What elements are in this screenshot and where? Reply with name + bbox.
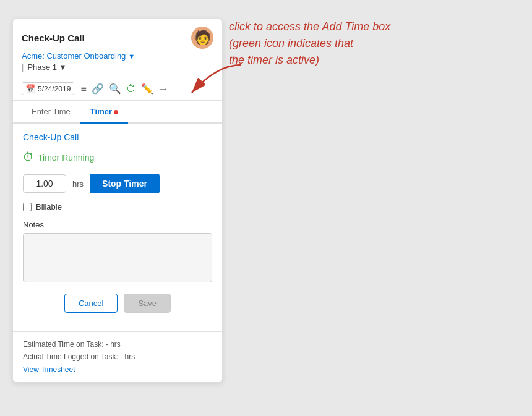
annotation-line3: the timer is active) (229, 54, 319, 66)
notes-label: Notes (23, 220, 212, 229)
tab-timer[interactable]: Timer (80, 101, 128, 124)
estimated-time: Estimated Time on Task: - hrs (23, 338, 212, 350)
tab-timer-label: Timer (90, 107, 112, 116)
card-footer: Estimated Time on Task: - hrs Actual Tim… (13, 331, 222, 382)
actual-time: Actual Time Logged on Task: - hrs (23, 350, 212, 363)
timer-status-row: ⏱ Timer Running (23, 151, 212, 164)
action-buttons: Cancel Save (23, 294, 212, 313)
edit-icon[interactable]: ✏️ (141, 83, 153, 95)
annotation-text: click to access the Add Time box (green … (229, 19, 507, 69)
list-icon[interactable]: ≡ (80, 83, 86, 95)
date-value: 5/24/2019 (38, 85, 71, 93)
time-input[interactable] (23, 174, 66, 193)
toolbar-row: 📅 5/24/2019 ≡ 🔗 🔍 ⏱ ✏️ → (13, 77, 222, 101)
timer-running-icon: ⏱ (23, 151, 34, 164)
toolbar-icons: ≡ 🔗 🔍 ⏱ ✏️ → (80, 83, 168, 95)
main-container: Check-Up Call 🧑 Acme: Customer Onboardin… (0, 0, 532, 416)
annotation-line1: click to access the Add Time box (229, 20, 390, 33)
phase-dropdown-icon[interactable]: ▼ (59, 62, 67, 72)
avatar: 🧑 (191, 27, 213, 49)
forward-icon[interactable]: → (158, 83, 168, 95)
notes-textarea[interactable] (23, 233, 212, 282)
card-title-row: Check-Up Call 🧑 (22, 27, 213, 49)
stop-timer-button[interactable]: Stop Timer (90, 174, 160, 193)
timer-active-icon[interactable]: ⏱ (126, 83, 136, 95)
calendar-icon: 📅 (25, 84, 35, 93)
view-timesheet-link[interactable]: View Timesheet (23, 365, 75, 374)
project-name: Acme: Customer Onboarding (22, 51, 126, 61)
billable-row: Billable (23, 202, 212, 211)
tab-enter-time[interactable]: Enter Time (22, 101, 80, 124)
card-title: Check-Up Call (22, 33, 85, 43)
phase-row: | Phase 1 ▼ (22, 62, 213, 72)
avatar-emoji: 🧑 (194, 30, 211, 46)
hrs-label: hrs (72, 179, 84, 189)
tab-enter-time-label: Enter Time (32, 107, 71, 116)
tabs: Enter Time Timer (13, 101, 222, 124)
task-link[interactable]: Check-Up Call (23, 132, 212, 142)
time-entry-card: Check-Up Call 🧑 Acme: Customer Onboardin… (12, 19, 223, 383)
time-row: hrs Stop Timer (23, 174, 212, 193)
paperclip-icon[interactable]: 🔗 (92, 83, 104, 95)
search-icon[interactable]: 🔍 (109, 83, 121, 95)
date-badge[interactable]: 📅 5/24/2019 (22, 82, 74, 95)
project-link[interactable]: Acme: Customer Onboarding ▼ (22, 51, 213, 61)
cancel-button[interactable]: Cancel (64, 294, 118, 313)
timer-dot-indicator (114, 110, 118, 114)
annotation-area: click to access the Add Time box (green … (229, 19, 507, 69)
phase-label: Phase 1 (27, 62, 57, 72)
billable-label: Billable (36, 202, 62, 211)
card-body: Check-Up Call ⏱ Timer Running hrs Stop T… (13, 124, 222, 331)
phase-dropdown[interactable]: Phase 1 ▼ (27, 62, 67, 72)
phase-separator: | (22, 62, 24, 72)
billable-checkbox[interactable] (23, 203, 32, 211)
timer-status-label: Timer Running (38, 153, 94, 163)
save-button[interactable]: Save (124, 294, 171, 313)
project-dropdown-icon[interactable]: ▼ (128, 53, 135, 60)
card-header: Check-Up Call 🧑 Acme: Customer Onboardin… (13, 19, 222, 77)
annotation-line2: (green icon indicates that (229, 37, 353, 49)
